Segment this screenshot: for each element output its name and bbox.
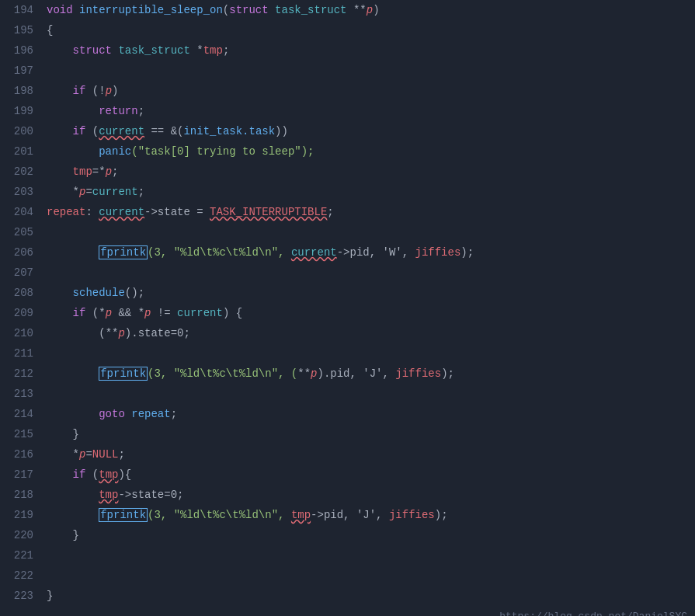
line-number: 201 — [0, 141, 43, 162]
code-line: 223} — [0, 586, 695, 606]
code-token: (3, "%ld\t%c\t%ld\n", — [148, 246, 291, 259]
line-number: 210 — [0, 323, 43, 343]
code-token: * — [47, 448, 79, 461]
code-token: ; — [138, 186, 144, 198]
code-token: ** — [347, 4, 367, 16]
line-content: if (current == &(init_task.task)) — [43, 121, 695, 141]
code-token: * — [47, 186, 79, 198]
code-token — [47, 105, 99, 117]
code-token: ; — [112, 165, 118, 178]
code-token — [47, 307, 73, 319]
code-token — [47, 509, 99, 521]
code-line: 196 struct task_struct *tmp; — [0, 40, 695, 61]
code-token: current — [99, 206, 144, 218]
line-content: return; — [43, 101, 695, 121]
code-token: =* — [92, 165, 106, 178]
code-line: 201 panic("task[0] trying to sleep"); — [0, 141, 695, 162]
line-number: 221 — [0, 545, 43, 566]
code-token: ("task[0] trying — [131, 145, 242, 158]
code-token: current — [92, 186, 138, 198]
code-token: ){ — [118, 468, 131, 481]
line-content: tmp=*p; — [43, 162, 695, 182]
code-token: } — [47, 529, 79, 541]
code-line: 208 schedule(); — [0, 283, 695, 303]
code-token: ** — [297, 367, 311, 380]
code-token — [47, 165, 73, 178]
code-line: 207 — [0, 263, 695, 283]
code-token: jiffies — [389, 509, 435, 521]
code-token: task_struct — [118, 44, 189, 57]
code-token: ( — [223, 4, 229, 16]
line-number: 208 — [0, 283, 43, 303]
code-line: 209 if (*p && *p != current) { — [0, 303, 695, 323]
code-line: 219 fprintk(3, "%ld\t%c\t%ld\n", tmp->pi… — [0, 505, 695, 525]
code-line: 213 — [0, 384, 695, 404]
code-token: (* — [85, 307, 105, 319]
code-token: current — [99, 125, 144, 137]
code-token: && * — [112, 307, 144, 319]
code-line: 203 *p=current; — [0, 182, 695, 202]
code-token: ) — [373, 4, 379, 16]
line-content: } — [43, 424, 695, 444]
line-content: { — [43, 20, 695, 40]
code-token: ) { — [223, 307, 242, 319]
line-number: 213 — [0, 384, 43, 404]
code-line: 215 } — [0, 424, 695, 444]
line-content: fprintk(3, "%ld\t%c\t%ld\n", current->pi… — [43, 242, 695, 263]
line-number: 222 — [0, 566, 43, 586]
line-content: *p=current; — [43, 182, 695, 202]
code-token: ).state=0; — [125, 327, 190, 339]
function-token: fprintk — [99, 245, 148, 259]
code-token: ( — [85, 468, 99, 481]
line-number: 214 — [0, 404, 43, 424]
code-token — [47, 468, 73, 481]
code-token: ** — [106, 327, 119, 339]
code-token: } — [47, 590, 53, 602]
code-token: jiffies — [415, 246, 461, 259]
code-line: 220 } — [0, 525, 695, 545]
line-content: *p=NULL; — [43, 444, 695, 465]
url-bar: https://blog.csdn.net/DanielSYC — [0, 606, 695, 616]
code-line: 206 fprintk(3, "%ld\t%c\t%ld\n", current… — [0, 242, 695, 263]
code-token: repeat — [131, 408, 170, 420]
code-token — [47, 125, 73, 137]
code-token: current — [291, 246, 337, 259]
code-line: 221 — [0, 545, 695, 566]
line-content: panic("task[0] trying to sleep"); — [43, 141, 695, 162]
code-line: 195{ — [0, 20, 695, 40]
code-line: 211 — [0, 343, 695, 364]
code-line: 222 — [0, 566, 695, 586]
code-token: != — [151, 307, 177, 319]
code-token: NULL — [92, 448, 119, 461]
code-token: void — [47, 4, 73, 16]
code-token: (3, "%ld\t%c\t%ld\n", ( — [148, 367, 297, 380]
code-token: tmp — [99, 489, 118, 501]
code-token: (3, "%ld\t%c\t%ld\n", — [148, 509, 291, 521]
code-token: to — [242, 145, 255, 158]
code-token: ; — [171, 408, 177, 420]
code-line: 198 if (!p) — [0, 81, 695, 101]
code-token: if — [73, 125, 86, 137]
code-token: interruptible_sleep_on — [79, 4, 223, 16]
line-content: goto repeat; — [43, 404, 695, 424]
code-token: == &( — [144, 125, 183, 137]
code-line: 217 if (tmp){ — [0, 465, 695, 485]
code-token: { — [47, 24, 53, 37]
code-token: p — [106, 85, 112, 97]
line-content: void interruptible_sleep_on(struct task_… — [43, 0, 695, 20]
line-content: struct task_struct *tmp; — [43, 40, 695, 61]
code-line: 204repeat: current->state = TASK_INTERRU… — [0, 202, 695, 222]
code-token — [47, 44, 73, 57]
line-content: } — [43, 586, 695, 606]
code-token: repeat — [47, 206, 85, 218]
line-number: 197 — [0, 61, 43, 81]
line-content: } — [43, 525, 695, 545]
code-token — [47, 287, 73, 299]
code-token: p — [367, 4, 373, 16]
code-token — [269, 4, 275, 16]
code-token: p — [118, 327, 124, 339]
code-line: 214 goto repeat; — [0, 404, 695, 424]
code-token: jiffies — [395, 367, 441, 380]
code-token: current — [177, 307, 223, 319]
code-token: ; — [223, 44, 229, 57]
